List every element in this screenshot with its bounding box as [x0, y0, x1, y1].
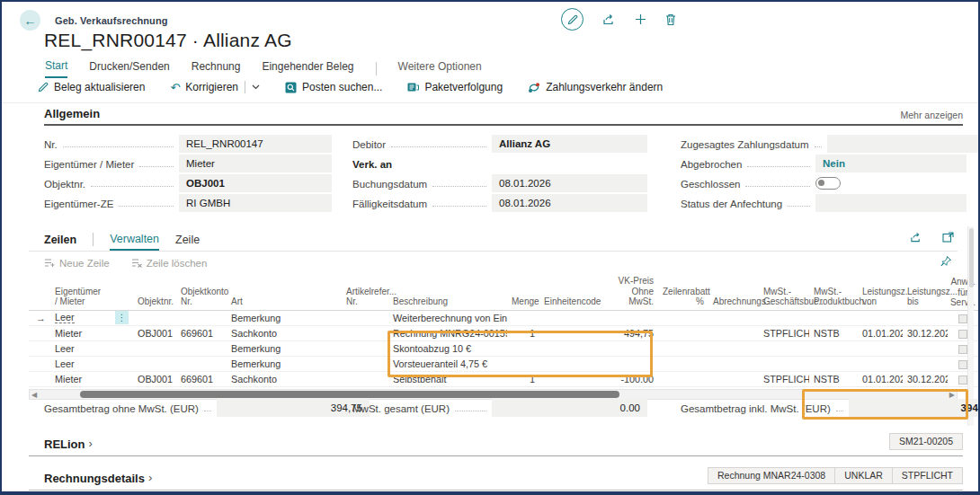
field-dispute-status: Status der Anfechtung	[681, 192, 967, 212]
col-mwst-geschaeftsbuch[interactable]: MwSt.- Geschäftsbuc...	[759, 274, 809, 310]
payment-change-icon	[528, 82, 540, 93]
object-nr-value[interactable]: OBJ001	[179, 174, 332, 192]
new-button[interactable]	[635, 13, 646, 25]
row-options-icon[interactable]: ⋮	[115, 311, 129, 324]
dispute-status-value[interactable]	[815, 194, 967, 212]
col-art[interactable]: Art	[227, 274, 342, 310]
new-line-icon	[44, 258, 55, 268]
chevron-right-icon: ›	[148, 471, 152, 484]
top-bar: ← Geb. Verkaufsrechnung	[20, 10, 168, 31]
package-tracking-action[interactable]: Paketverfolgung	[407, 81, 503, 93]
undo-icon: ↶	[170, 82, 180, 93]
vertical-scrollbar[interactable]	[967, 226, 974, 426]
line-checkbox[interactable]	[958, 376, 967, 385]
pencil-icon	[38, 82, 49, 93]
table-row[interactable]: → Leer⋮ Bemerkung Weiterberechnung von E…	[29, 310, 978, 325]
change-payment-action[interactable]: Zahlungsverkehr ändern	[528, 81, 663, 93]
col-objektkonto-nr[interactable]: Objektkonto Nr.	[176, 274, 227, 310]
delete-button[interactable]	[665, 13, 676, 26]
share-button[interactable]	[602, 13, 616, 26]
table-header-row: Eigentümer / Mieter Objektnr. Objektkont…	[29, 274, 978, 310]
scroll-left-icon[interactable]: ◀	[31, 390, 37, 400]
cancelled-value[interactable]: Nein	[815, 155, 967, 172]
back-arrow-icon: ←	[24, 13, 37, 28]
col-vk-preis[interactable]: VK-Preis Ohne MwSt.	[593, 274, 658, 310]
delete-line-icon	[131, 258, 142, 268]
back-button[interactable]: ←	[20, 10, 40, 31]
new-line-action[interactable]: Neue Zeile	[44, 258, 110, 269]
col-beschreibung[interactable]: Beschreibung	[388, 274, 507, 310]
posting-date-value[interactable]: 08.01.2026	[492, 174, 647, 192]
promised-pay-date-value[interactable]	[827, 135, 978, 153]
table-row[interactable]: Mieter OBJ001 669601 Sachkonto Selbstbeh…	[29, 372, 978, 387]
tab-drucken-senden[interactable]: Drucken/Senden	[89, 60, 169, 77]
pin-icon[interactable]	[940, 255, 952, 267]
tab-eingehender-beleg[interactable]: Eingehender Beleg	[262, 60, 353, 77]
owner-tenant-value[interactable]: Mieter	[179, 155, 332, 172]
col-artikelreferenz-nr[interactable]: Artikelrefer... Nr.	[342, 274, 388, 310]
col-einheitencode[interactable]: Einheitencode	[539, 274, 593, 310]
relion-summary-chip[interactable]: SM21-00205	[889, 433, 963, 450]
table-row[interactable]: Leer Bemerkung Skontoabzug 10 €	[29, 340, 978, 356]
show-more-link[interactable]: Mehr anzeigen	[901, 110, 963, 124]
field-owner-tenant: Eigentümer / Mieter Mieter	[44, 153, 332, 172]
correct-action[interactable]: ↶ Korrigieren	[170, 81, 238, 93]
field-total-gross: Gesamtbetrag inkl. MwSt. (EUR) 394,75	[681, 397, 967, 417]
debitor-value[interactable]: Allianz AG	[492, 135, 647, 153]
col-eigentuemer-mieter[interactable]: Eigentümer / Mieter	[50, 274, 133, 310]
invoice-details-section: Rechnungsdetails› Rechnung MNAR24-0308 U…	[29, 464, 963, 491]
line-checkbox[interactable]	[958, 345, 967, 354]
due-date-value[interactable]: 08.01.2026	[492, 194, 647, 212]
general-col-3: Zugesagtes Zahlungsdatum Abgebrochen Nei…	[681, 133, 967, 212]
invoice-chip[interactable]: Rechnung MNAR24-0308	[708, 467, 835, 484]
col-leistungszeitraum-von[interactable]: Leistungsz... von	[858, 274, 903, 310]
lines-tab-line[interactable]: Zeile	[175, 228, 200, 251]
owner-ze-value[interactable]: RI GMBH	[179, 194, 332, 212]
col-objektnr[interactable]: Objektnr.	[133, 274, 176, 310]
total-gross-value[interactable]: 394,75	[849, 399, 980, 417]
lines-tab-manage[interactable]: Verwalten	[110, 228, 159, 251]
find-entries-action[interactable]: Posten suchen...	[285, 81, 382, 93]
tab-weitere-optionen[interactable]: Weitere Optionen	[398, 60, 482, 77]
total-net-value[interactable]: 394,75	[217, 399, 370, 417]
line-checkbox[interactable]	[958, 330, 967, 339]
share-icon[interactable]	[910, 232, 922, 243]
field-total-net: Gesamtbetrag ohne MwSt. (EUR) 394,75	[44, 397, 332, 417]
col-menge[interactable]: Menge	[507, 274, 539, 310]
vertical-scrollbar-thumb[interactable]	[969, 228, 974, 287]
col-abrechnungs[interactable]: Abrechnungs...	[708, 274, 759, 310]
nr-value[interactable]: REL_RNR00147	[179, 135, 332, 153]
table-row[interactable]: Mieter OBJ001 669601 Sachkonto Rechnung …	[29, 325, 978, 340]
active-row-arrow-icon: →	[29, 310, 50, 325]
invoice-details-section-toggle[interactable]: Rechnungsdetails›	[29, 472, 152, 490]
toolbar-divider	[2, 102, 978, 103]
col-mwst-produktbuch[interactable]: MwSt.- Produktbuch...	[809, 274, 858, 310]
tab-rechnung[interactable]: Rechnung	[192, 60, 241, 77]
edit-button[interactable]	[561, 8, 584, 31]
field-cancelled: Abgebrochen Nein	[681, 153, 967, 172]
total-vat-value[interactable]: 0.00	[492, 399, 647, 417]
table-row[interactable]: Leer Bemerkung Vorsteueranteil 4,75 €	[29, 356, 978, 371]
field-due-date: Fälligkeitsdatum 08.01.2026	[352, 192, 647, 212]
line-checkbox[interactable]	[958, 360, 967, 369]
col-row-marker	[29, 274, 50, 310]
col-zeilenrabatt[interactable]: Zeilenrabatt %	[658, 274, 708, 310]
tab-start[interactable]: Start	[45, 59, 67, 78]
delete-line-action[interactable]: Zeile löschen	[131, 258, 208, 269]
field-debitor: Debitor Allianz AG	[352, 133, 647, 153]
col-leistungszeitraum-bis[interactable]: Leistungsz... bis	[903, 274, 948, 310]
relion-section: RELion› SM21-00205	[29, 431, 963, 456]
stpflicht-chip[interactable]: STPFLICHT	[893, 467, 963, 484]
field-owner-ze: Eigentümer-ZE RI GMBH	[44, 192, 332, 212]
correct-action-split: ↶ Korrigieren	[170, 81, 260, 93]
unklar-chip[interactable]: UNKLAR	[835, 467, 893, 484]
closed-toggle[interactable]	[815, 177, 841, 190]
line-checkbox[interactable]	[958, 314, 967, 323]
lines-table: Eigentümer / Mieter Objektnr. Objektkont…	[29, 274, 978, 387]
update-document-action[interactable]: Beleg aktualisieren	[38, 81, 145, 93]
open-in-new-window-icon[interactable]	[942, 232, 954, 243]
relion-section-toggle[interactable]: RELion›	[29, 438, 93, 455]
page-title: REL_RNR00147 · Allianz AG	[44, 30, 292, 51]
field-closed: Geschlossen	[681, 172, 967, 192]
chevron-down-icon[interactable]	[252, 84, 260, 90]
